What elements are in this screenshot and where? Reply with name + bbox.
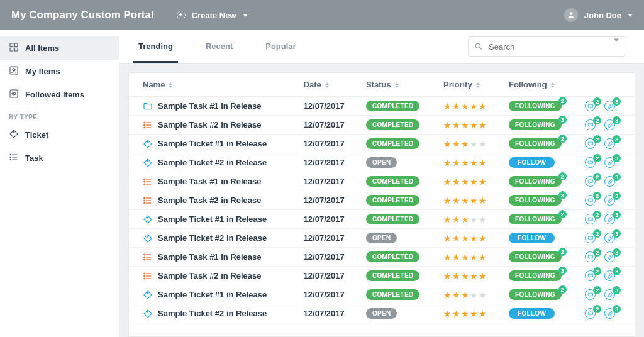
row-date: 12/07/2017 bbox=[297, 116, 360, 135]
follow-button[interactable]: FOLLOWING bbox=[509, 176, 562, 187]
priority-stars: ★★★★★ bbox=[443, 272, 496, 280]
table-row[interactable]: Sample Ticket #2 in Release12/07/2017OPE… bbox=[129, 153, 635, 172]
star-icon: ★ bbox=[479, 121, 487, 130]
svg-line-17 bbox=[480, 48, 482, 50]
tab-popular[interactable]: Popular bbox=[260, 31, 301, 63]
sidebar-item-all-items[interactable]: All Items bbox=[0, 36, 119, 60]
table-row[interactable]: Sample Ticket #1 in Release12/07/2017COM… bbox=[129, 135, 635, 153]
row-date: 12/07/2017 bbox=[297, 210, 360, 229]
star-icon: ★ bbox=[461, 121, 469, 130]
follow-button[interactable]: FOLLOWING bbox=[509, 119, 562, 130]
table-row[interactable]: Sample Task #1 in Release12/07/2017COMPL… bbox=[129, 172, 635, 191]
attachments-indicator[interactable]: 3 bbox=[604, 214, 615, 224]
attachments-indicator[interactable]: 3 bbox=[604, 308, 615, 319]
svg-point-36 bbox=[144, 200, 145, 201]
attachments-indicator[interactable]: 3 bbox=[604, 157, 615, 168]
col-priority[interactable]: Priority bbox=[437, 73, 502, 97]
row-date: 12/07/2017 bbox=[297, 191, 360, 210]
tab-recent[interactable]: Recent bbox=[201, 31, 238, 63]
follow-button[interactable]: FOLLOW bbox=[509, 233, 555, 243]
star-icon: ★ bbox=[479, 272, 487, 280]
row-name: Sample Ticket #2 in Release bbox=[158, 158, 267, 167]
create-new-button[interactable]: + Create New bbox=[177, 11, 248, 20]
table-row[interactable]: Sample Ticket #1 in Release12/07/2017COM… bbox=[129, 285, 635, 304]
svg-point-45 bbox=[144, 259, 145, 260]
attachments-indicator[interactable]: 3 bbox=[604, 195, 615, 206]
sidebar: All ItemsMy ItemsFollowed Items BY TYPE … bbox=[0, 30, 119, 337]
star-icon: ★ bbox=[470, 309, 478, 318]
svg-point-52 bbox=[147, 292, 148, 294]
table-row[interactable]: Sample Ticket #1 in Release12/07/2017COM… bbox=[129, 210, 635, 229]
follow-button[interactable]: FOLLOWING bbox=[509, 214, 562, 224]
svg-rect-3 bbox=[10, 48, 13, 51]
col-status[interactable]: Status bbox=[360, 73, 437, 97]
priority-stars: ★★★★★ bbox=[443, 196, 496, 205]
row-name: Sample Ticket #1 in Release bbox=[158, 139, 267, 148]
search-dropdown[interactable] bbox=[614, 42, 619, 52]
attachments-indicator[interactable]: 3 bbox=[604, 289, 615, 300]
sidebar-type-ticket[interactable]: Ticket bbox=[0, 123, 119, 146]
star-icon: ★ bbox=[443, 215, 452, 224]
star-icon: ★ bbox=[443, 196, 452, 205]
comments-indicator[interactable]: 2 bbox=[585, 233, 596, 243]
comments-indicator[interactable]: 2 bbox=[585, 270, 596, 281]
tab-trending[interactable]: Trending bbox=[133, 31, 178, 63]
star-icon: ★ bbox=[443, 121, 452, 130]
follow-button[interactable]: FOLLOWING bbox=[509, 195, 562, 206]
col-name[interactable]: Name bbox=[129, 73, 297, 97]
star-icon: ★ bbox=[452, 177, 460, 186]
comments-indicator[interactable]: 2 bbox=[585, 101, 596, 111]
row-date: 12/07/2017 bbox=[297, 97, 360, 116]
follow-button[interactable]: FOLLOWING bbox=[509, 101, 562, 111]
comments-indicator[interactable]: 2 bbox=[585, 308, 596, 319]
sidebar-item-followed-items[interactable]: Followed Items bbox=[0, 83, 119, 106]
search-input[interactable] bbox=[468, 36, 625, 57]
attachments-indicator[interactable]: 3 bbox=[604, 233, 615, 243]
attachments-indicator[interactable]: 3 bbox=[604, 251, 615, 262]
follow-button[interactable]: FOLLOW bbox=[509, 157, 555, 168]
table-row[interactable]: Sample Task #2 in Release12/07/2017COMPL… bbox=[129, 191, 635, 210]
priority-stars: ★★★★★ bbox=[443, 158, 496, 167]
search-wrapper bbox=[468, 36, 625, 57]
comments-indicator[interactable]: 2 bbox=[585, 251, 596, 262]
task-icon bbox=[143, 271, 153, 281]
row-date: 12/07/2017 bbox=[297, 304, 360, 323]
comments-indicator[interactable]: 2 bbox=[585, 157, 596, 168]
user-menu[interactable]: John Doe bbox=[564, 8, 633, 22]
follow-button[interactable]: FOLLOW bbox=[509, 308, 555, 319]
table-row[interactable]: Sample Task #1 in Release12/07/2017COMPL… bbox=[129, 248, 635, 267]
follow-button[interactable]: FOLLOWING bbox=[509, 251, 562, 262]
follow-button[interactable]: FOLLOWING bbox=[509, 270, 562, 281]
comments-indicator[interactable]: 2 bbox=[585, 119, 596, 130]
attachments-indicator[interactable]: 3 bbox=[604, 119, 615, 130]
attachments-indicator[interactable]: 3 bbox=[604, 176, 615, 187]
attachments-indicator[interactable]: 3 bbox=[604, 138, 615, 149]
table-row[interactable]: Sample Ticket #2 in Release12/07/2017OPE… bbox=[129, 229, 635, 248]
star-icon: ★ bbox=[461, 253, 469, 262]
comments-indicator[interactable]: 2 bbox=[585, 214, 596, 224]
attachments-indicator[interactable]: 3 bbox=[604, 270, 615, 281]
comments-indicator[interactable]: 2 bbox=[585, 138, 596, 149]
follow-button[interactable]: FOLLOWING bbox=[509, 289, 562, 300]
user-name: John Doe bbox=[584, 11, 621, 20]
table-row[interactable]: Sample Task #2 in Release12/07/2017COMPL… bbox=[129, 267, 635, 285]
sidebar-item-my-items[interactable]: My Items bbox=[0, 60, 119, 83]
svg-point-25 bbox=[147, 160, 148, 162]
status-badge: COMPLETED bbox=[366, 214, 419, 224]
row-name: Sample Task #2 in Release bbox=[158, 196, 262, 205]
table-row[interactable]: Sample Task #1 in Release12/07/2017COMPL… bbox=[129, 97, 635, 116]
comments-indicator[interactable]: 2 bbox=[585, 289, 596, 300]
star-icon: ★ bbox=[479, 177, 487, 186]
col-following[interactable]: Following bbox=[502, 73, 579, 97]
table-row[interactable]: Sample Task #2 in Release12/07/2017COMPL… bbox=[129, 116, 635, 135]
comments-indicator[interactable]: 2 bbox=[585, 195, 596, 206]
follow-count-badge: 3 bbox=[558, 267, 567, 275]
col-date[interactable]: Date bbox=[297, 73, 360, 97]
follow-button[interactable]: FOLLOWING bbox=[509, 138, 562, 149]
table-row[interactable]: Sample Ticket #2 in Release12/07/2017OPE… bbox=[129, 304, 635, 323]
attachments-indicator[interactable]: 3 bbox=[604, 101, 615, 111]
sidebar-type-task[interactable]: Task bbox=[0, 146, 119, 170]
svg-point-31 bbox=[144, 184, 145, 185]
star-icon: ★ bbox=[461, 309, 469, 318]
comments-indicator[interactable]: 2 bbox=[585, 176, 596, 187]
